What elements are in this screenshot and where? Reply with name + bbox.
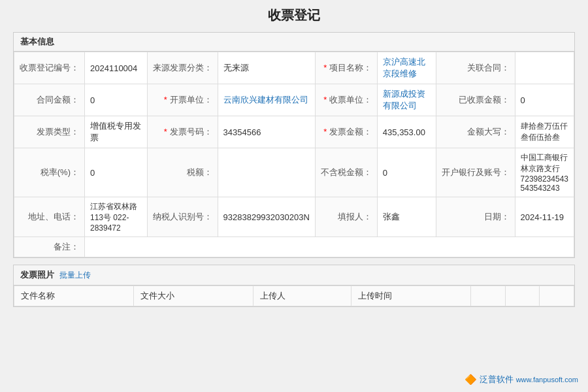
receipt-no-value: 2024110004 (85, 52, 148, 84)
watermark-icon: 🔶 (465, 374, 477, 385)
address-label: 地址、电话： (14, 197, 85, 237)
invoice-amount-value: 435,353.00 (377, 116, 436, 148)
address-value: 江苏省双林路113号 022-2839472 (85, 197, 148, 237)
files-section: 发票照片 批量上传 文件名称 文件大小 上传人 上传时间 (13, 265, 575, 307)
table-row: 税率(%)： 0 税额： 不含税金额： 0 开户银行及账号： 中国工商银行林京路… (14, 148, 574, 197)
files-table-head: 文件名称 文件大小 上传人 上传时间 (14, 286, 574, 306)
related-contract-value (515, 52, 574, 84)
tax-rate-value: 0 (85, 148, 148, 197)
col-extra3 (540, 286, 574, 306)
excl-tax-label: 不含税金额： (315, 148, 377, 197)
received-amount-label: 已收票金额： (436, 84, 515, 116)
files-header: 发票照片 批量上传 (14, 265, 574, 286)
basic-info-section: 基本信息 收票登记编号： 2024110004 来源发票分类： 无来源 * 项目… (13, 32, 575, 258)
amount-cn-value: 肆拾叁万伍仟叁佰伍拾叁 (515, 116, 574, 148)
required-star: * (164, 127, 167, 137)
received-amount-value: 0 (515, 84, 574, 116)
amount-cn-label: 金额大写： (436, 116, 515, 148)
date-label: 日期： (436, 197, 515, 237)
basic-info-header: 基本信息 (14, 33, 574, 52)
col-uploader: 上传人 (253, 286, 351, 306)
page-container: 收票登记 基本信息 收票登记编号： 2024110004 来源发票分类： 无来源… (0, 0, 588, 392)
col-extra1 (471, 286, 506, 306)
source-invoice-label: 来源发票分类： (147, 52, 218, 84)
tax-amount-label: 税额： (147, 148, 218, 197)
basic-info-table: 收票登记编号： 2024110004 来源发票分类： 无来源 * 项目名称： 京… (14, 52, 574, 257)
billing-unit-link[interactable]: 云南欣兴建材有限公司 (223, 95, 308, 105)
invoice-no-label: * 发票号码： (147, 116, 218, 148)
contract-amount-label: 合同金额： (14, 84, 85, 116)
project-name-label: * 项目名称： (315, 52, 377, 84)
filler-label: 填报人： (315, 197, 377, 237)
bank-account-value: 中国工商银行林京路支行 72398234543 543543243 (515, 148, 574, 197)
files-table-header-row: 文件名称 文件大小 上传人 上传时间 (14, 286, 574, 306)
source-invoice-value: 无来源 (218, 52, 315, 84)
billing-unit-value: 云南欣兴建材有限公司 (218, 84, 315, 116)
page-title: 收票登记 (13, 7, 575, 24)
table-row: 地址、电话： 江苏省双林路113号 022-2839472 纳税人识别号： 93… (14, 197, 574, 237)
invoice-type-label: 发票类型： (14, 116, 85, 148)
col-upload-time: 上传时间 (351, 286, 471, 306)
taxpayer-id-value: 93283829932030203N (218, 197, 315, 237)
project-name-value: 京沪高速北京段维修 (377, 52, 436, 84)
invoice-amount-label: * 发票金额： (315, 116, 377, 148)
required-star: * (164, 95, 167, 105)
col-extra2 (505, 286, 540, 306)
filler-value: 张鑫 (377, 197, 436, 237)
required-star: * (323, 63, 327, 73)
files-table: 文件名称 文件大小 上传人 上传时间 (14, 286, 574, 306)
table-row: 合同金额： 0 * 开票单位： 云南欣兴建材有限公司 * 收票单位： 新源成投资… (14, 84, 574, 116)
billing-unit-label: * 开票单位： (147, 84, 218, 116)
bank-account-label: 开户银行及账号： (436, 148, 515, 197)
remark-label: 备注： (14, 237, 85, 257)
files-section-label: 发票照片 (20, 269, 54, 281)
batch-upload-button[interactable]: 批量上传 (59, 270, 91, 281)
col-filename: 文件名称 (14, 286, 134, 306)
invoice-no-value: 34354566 (218, 116, 315, 148)
watermark: 🔶 泛普软件 www.fanpusoft.com (465, 374, 578, 385)
invoice-type-value: 增值税专用发票 (85, 116, 148, 148)
required-star: * (323, 95, 327, 105)
remark-value (85, 237, 574, 257)
project-name-link[interactable]: 京沪高速北京段维修 (383, 57, 425, 78)
required-star: * (323, 127, 327, 137)
date-value: 2024-11-19 (515, 197, 574, 237)
receipt-no-label: 收票登记编号： (14, 52, 85, 84)
tax-rate-label: 税率(%)： (14, 148, 85, 197)
watermark-url: www.fanpusoft.com (516, 376, 578, 384)
table-row: 备注： (14, 237, 574, 257)
related-contract-label: 关联合同： (436, 52, 515, 84)
taxpayer-id-label: 纳税人识别号： (147, 197, 218, 237)
receipt-unit-value: 新源成投资有限公司 (377, 84, 436, 116)
table-row: 发票类型： 增值税专用发票 * 发票号码： 34354566 * 发票金额： 4… (14, 116, 574, 148)
excl-tax-value: 0 (377, 148, 436, 197)
table-row: 收票登记编号： 2024110004 来源发票分类： 无来源 * 项目名称： 京… (14, 52, 574, 84)
receipt-unit-link[interactable]: 新源成投资有限公司 (383, 89, 425, 110)
contract-amount-value: 0 (85, 84, 148, 116)
col-filesize: 文件大小 (133, 286, 253, 306)
tax-amount-value (218, 148, 315, 197)
receipt-unit-label: * 收票单位： (315, 84, 377, 116)
watermark-brand: 泛普软件 (480, 374, 514, 385)
